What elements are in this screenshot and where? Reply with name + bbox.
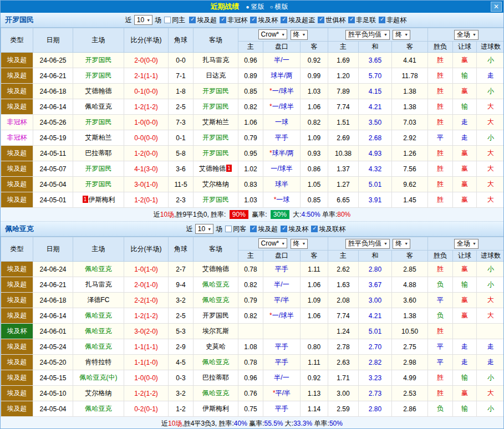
avg-odds-select[interactable]: 胜平负均值 — [345, 30, 390, 40]
team-name-link[interactable]: 开罗国民 — [202, 196, 229, 203]
away-team-cell[interactable]: 艾斯柏兰 — [194, 115, 238, 130]
team-name-link[interactable]: 佩哈亚克 — [85, 343, 112, 350]
team-name-link[interactable]: 艾尔格纳 — [202, 180, 229, 188]
avg-final-select[interactable]: 终 — [393, 30, 410, 40]
away-team-cell[interactable]: 开罗国民 — [194, 192, 238, 208]
same-venue-checkbox[interactable]: 同客 — [225, 224, 246, 234]
home-team-cell[interactable]: 佩哈亚克 — [73, 99, 124, 115]
team-name-link[interactable]: 佩哈亚克 — [202, 296, 229, 304]
team-name-link[interactable]: 肯特拉特 — [85, 358, 112, 366]
home-team-cell[interactable]: 1伊斯梅利 — [73, 192, 124, 208]
home-team-cell[interactable]: 佩哈亚克 — [73, 339, 124, 355]
team-name-link[interactable]: 开罗国民 — [85, 72, 112, 79]
league-filter-checkbox[interactable]: 埃及联杯 — [311, 224, 345, 234]
away-team-cell[interactable]: 佩哈亚克 — [194, 277, 238, 293]
team-name-link[interactable]: 扎马雷克 — [202, 56, 229, 64]
league-filter-checkbox[interactable]: 埃及超 — [189, 16, 217, 25]
home-team-cell[interactable]: 佩哈亚克 — [73, 324, 124, 339]
away-team-cell[interactable]: 艾德翰德 — [194, 262, 238, 277]
away-team-cell[interactable]: 扎马雷克 — [194, 53, 238, 68]
home-team-cell[interactable]: 佩哈亚克 — [73, 401, 124, 417]
team-name-link[interactable]: 开罗国民 — [85, 118, 112, 126]
team-name-link[interactable]: 开罗国民 — [85, 180, 112, 188]
home-team-cell[interactable]: 开罗国民 — [73, 68, 124, 84]
vertical-layout-radio[interactable]: ●竖版 — [246, 2, 264, 12]
home-team-cell[interactable]: 艾斯柏兰 — [73, 130, 124, 146]
team-name-link[interactable]: 开罗国民 — [85, 56, 112, 64]
home-team-cell[interactable]: 开罗国民 — [73, 115, 124, 130]
same-venue-checkbox[interactable]: 同主 — [164, 16, 185, 25]
home-team-cell[interactable]: 开罗国民 — [73, 53, 124, 68]
home-team-cell[interactable]: 艾尔格纳 — [73, 386, 124, 401]
home-team-cell[interactable]: 开罗国民 — [73, 177, 124, 192]
home-team-cell[interactable]: 佩哈亚克(中) — [73, 370, 124, 386]
away-team-cell[interactable]: 佩哈亚克 — [194, 386, 238, 401]
team-name-link[interactable]: 艾德翰德 — [199, 165, 226, 172]
scope-select[interactable]: 全场 — [454, 30, 478, 40]
team-name-link[interactable]: 巴拉蒂耶 — [202, 374, 229, 381]
odds-final-select[interactable]: 终 — [291, 239, 308, 249]
home-team-cell[interactable]: 艾德翰德 — [73, 84, 124, 99]
team-name-link[interactable]: 开罗国民 — [202, 311, 229, 319]
odds-company-select[interactable]: Crow* — [258, 238, 288, 248]
league-filter-checkbox[interactable]: 世俱杯 — [318, 16, 345, 25]
away-team-cell[interactable]: 开罗国民 — [194, 308, 238, 324]
team-name-link[interactable]: 伊斯梅利 — [202, 405, 229, 412]
avg-odds-select[interactable]: 胜平负均值 — [345, 239, 390, 249]
away-team-cell[interactable]: 史莫哈 — [194, 339, 238, 355]
league-filter-checkbox[interactable]: 非冠杯 — [220, 16, 247, 25]
away-team-cell[interactable]: 巴拉蒂耶 — [194, 370, 238, 386]
avg-final-select[interactable]: 终 — [393, 239, 410, 249]
away-team-cell[interactable]: 佩哈亚克 — [194, 355, 238, 370]
away-team-cell[interactable]: 艾德翰德1 — [194, 161, 238, 177]
team-name-link[interactable]: 泽德FC — [88, 296, 110, 304]
team-name-link[interactable]: 佩哈亚克 — [85, 103, 112, 110]
away-team-cell[interactable]: 日达克 — [194, 68, 238, 84]
team-name-link[interactable]: 开罗国民 — [202, 134, 229, 141]
team-name-link[interactable]: 艾斯柏兰 — [85, 134, 112, 141]
team-name-link[interactable]: 扎马雷克 — [85, 280, 112, 288]
home-team-cell[interactable]: 佩哈亚克 — [73, 308, 124, 324]
home-team-cell[interactable]: 巴拉蒂耶 — [73, 146, 124, 161]
league-filter-checkbox[interactable]: 埃及超 — [250, 224, 278, 234]
odds-final-select[interactable]: 终 — [291, 30, 308, 40]
team-name-link[interactable]: 佩哈亚克 — [85, 405, 112, 412]
team-name-link[interactable]: 艾尔格纳 — [85, 389, 112, 397]
home-team-cell[interactable]: 开罗国民 — [73, 161, 124, 177]
team-name-link[interactable]: 埃尔瓦斯 — [202, 327, 229, 335]
away-team-cell[interactable]: 佩哈亚克 — [194, 293, 238, 308]
team-name-link[interactable]: 日达克 — [206, 72, 226, 79]
odds-company-select[interactable]: Crow* — [258, 29, 288, 39]
team-name-link[interactable]: 佩哈亚克 — [85, 311, 112, 319]
team-name-link[interactable]: 史莫哈 — [206, 343, 226, 350]
league-filter-checkbox[interactable]: 非足联 — [348, 16, 376, 25]
league-filter-checkbox[interactable]: 埃及超盃 — [281, 16, 315, 25]
team-name-link[interactable]: 艾德翰德 — [85, 87, 112, 95]
team-name-link[interactable]: 伊斯梅利 — [89, 196, 115, 203]
team-name-link[interactable]: 佩哈亚克(中) — [80, 374, 118, 381]
home-team-cell[interactable]: 肯特拉特 — [73, 355, 124, 370]
away-team-cell[interactable]: 伊斯梅利 — [194, 401, 238, 417]
away-team-cell[interactable]: 埃尔瓦斯 — [194, 324, 238, 339]
league-filter-checkbox[interactable]: 埃及杯 — [250, 16, 278, 25]
league-filter-checkbox[interactable]: 埃及杯 — [281, 224, 308, 234]
home-team-cell[interactable]: 佩哈亚克 — [73, 262, 124, 277]
home-team-cell[interactable]: 泽德FC — [73, 293, 124, 308]
team-name-link[interactable]: 佩哈亚克 — [202, 389, 229, 397]
away-team-cell[interactable]: 开罗国民 — [194, 146, 238, 161]
horizontal-layout-radio[interactable]: ○横版 — [270, 2, 288, 12]
away-team-cell[interactable]: 开罗国民 — [194, 130, 238, 146]
team-name-link[interactable]: 巴拉蒂耶 — [85, 149, 112, 157]
team-name-link[interactable]: 佩哈亚克 — [85, 265, 112, 273]
away-team-cell[interactable]: 开罗国民 — [194, 99, 238, 115]
team-name-link[interactable]: 开罗国民 — [85, 165, 112, 172]
team-name-link[interactable]: 开罗国民 — [202, 103, 229, 110]
team-name-link[interactable]: 佩哈亚克 — [202, 280, 229, 288]
league-filter-checkbox[interactable]: 非超杯 — [379, 16, 406, 25]
away-team-cell[interactable]: 艾尔格纳 — [194, 177, 238, 192]
team-name-link[interactable]: 开罗国民 — [202, 149, 229, 157]
team-name-link[interactable]: 开罗国民 — [202, 87, 229, 95]
games-count-select[interactable]: 10 — [134, 15, 152, 25]
scope-select[interactable]: 全场 — [454, 239, 478, 249]
away-team-cell[interactable]: 开罗国民 — [194, 84, 238, 99]
